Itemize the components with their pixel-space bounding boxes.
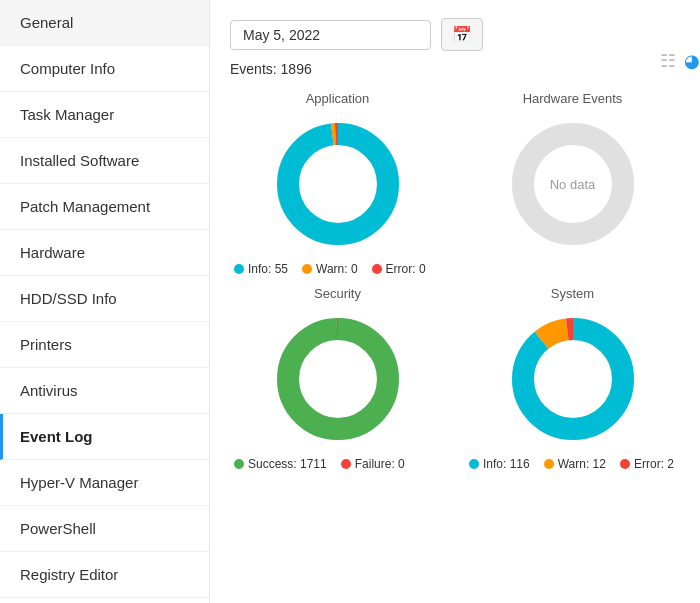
chart-card-security: SecuritySuccess: 1711Failure: 0 bbox=[230, 286, 445, 471]
chart-view-icon[interactable]: ◕ bbox=[684, 50, 700, 72]
calendar-button[interactable]: 📅 bbox=[441, 18, 483, 51]
chart-card-system: SystemInfo: 116Warn: 12Error: 2 bbox=[465, 286, 680, 471]
svg-point-1 bbox=[288, 134, 388, 234]
date-row: 📅 bbox=[230, 18, 680, 51]
chart-title-hardware-events: Hardware Events bbox=[523, 91, 623, 106]
legend-item: Info: 116 bbox=[469, 457, 530, 471]
no-data-label: No data bbox=[550, 177, 596, 192]
chart-title-security: Security bbox=[314, 286, 361, 301]
sidebar-item-patch-management[interactable]: Patch Management bbox=[0, 184, 209, 230]
legend-dot bbox=[302, 264, 312, 274]
legend-dot bbox=[372, 264, 382, 274]
legend-label: Error: 2 bbox=[634, 457, 674, 471]
legend-security: Success: 1711Failure: 0 bbox=[230, 457, 445, 471]
legend-item: Failure: 0 bbox=[341, 457, 405, 471]
legend-item: Error: 0 bbox=[372, 262, 426, 276]
legend-label: Info: 116 bbox=[483, 457, 530, 471]
main-content: 📅 Events: 1896 ☷ ◕ ApplicationInfo: 55Wa… bbox=[210, 0, 700, 603]
legend-item: Warn: 0 bbox=[302, 262, 358, 276]
legend-label: Error: 0 bbox=[386, 262, 426, 276]
sidebar-item-printers[interactable]: Printers bbox=[0, 322, 209, 368]
legend-label: Info: 55 bbox=[248, 262, 288, 276]
chart-title-application: Application bbox=[306, 91, 370, 106]
legend-label: Warn: 0 bbox=[316, 262, 358, 276]
legend-label: Success: 1711 bbox=[248, 457, 327, 471]
view-toggle-group: ☷ ◕ bbox=[660, 50, 700, 72]
date-input[interactable] bbox=[230, 20, 431, 50]
sidebar-item-hardware[interactable]: Hardware bbox=[0, 230, 209, 276]
svg-point-6 bbox=[288, 329, 388, 429]
chart-wrapper-application bbox=[268, 114, 408, 254]
legend-dot bbox=[234, 459, 244, 469]
svg-point-9 bbox=[523, 329, 623, 429]
legend-dot bbox=[234, 264, 244, 274]
sidebar-item-hyper-v-manager[interactable]: Hyper-V Manager bbox=[0, 460, 209, 506]
sidebar-item-task-manager[interactable]: Task Manager bbox=[0, 92, 209, 138]
chart-wrapper-security bbox=[268, 309, 408, 449]
legend-dot bbox=[544, 459, 554, 469]
events-count: Events: 1896 bbox=[230, 61, 680, 77]
legend-item: Error: 2 bbox=[620, 457, 674, 471]
sidebar-item-general[interactable]: General bbox=[0, 0, 209, 46]
legend-application: Info: 55Warn: 0Error: 0 bbox=[230, 262, 445, 276]
legend-label: Failure: 0 bbox=[355, 457, 405, 471]
sidebar-item-hdd-ssd-info[interactable]: HDD/SSD Info bbox=[0, 276, 209, 322]
chart-title-system: System bbox=[551, 286, 594, 301]
legend-system: Info: 116Warn: 12Error: 2 bbox=[465, 457, 680, 471]
legend-item: Info: 55 bbox=[234, 262, 288, 276]
chart-card-hardware-events: Hardware EventsNo data bbox=[465, 91, 680, 276]
legend-label: Warn: 12 bbox=[558, 457, 606, 471]
sidebar-item-registry-editor[interactable]: Registry Editor bbox=[0, 552, 209, 598]
sidebar: GeneralComputer InfoTask ManagerInstalle… bbox=[0, 0, 210, 603]
sidebar-item-installed-software[interactable]: Installed Software bbox=[0, 138, 209, 184]
sidebar-item-computer-info[interactable]: Computer Info bbox=[0, 46, 209, 92]
sidebar-item-event-log[interactable]: Event Log bbox=[0, 414, 209, 460]
chart-card-application: ApplicationInfo: 55Warn: 0Error: 0 bbox=[230, 91, 445, 276]
charts-grid: ApplicationInfo: 55Warn: 0Error: 0Hardwa… bbox=[230, 91, 680, 471]
chart-wrapper-hardware-events: No data bbox=[503, 114, 643, 254]
sidebar-item-antivirus[interactable]: Antivirus bbox=[0, 368, 209, 414]
legend-item: Success: 1711 bbox=[234, 457, 327, 471]
chart-wrapper-system bbox=[503, 309, 643, 449]
legend-item: Warn: 12 bbox=[544, 457, 606, 471]
legend-dot bbox=[341, 459, 351, 469]
legend-dot bbox=[620, 459, 630, 469]
list-view-icon[interactable]: ☷ bbox=[660, 50, 676, 72]
legend-dot bbox=[469, 459, 479, 469]
sidebar-item-powershell[interactable]: PowerShell bbox=[0, 506, 209, 552]
